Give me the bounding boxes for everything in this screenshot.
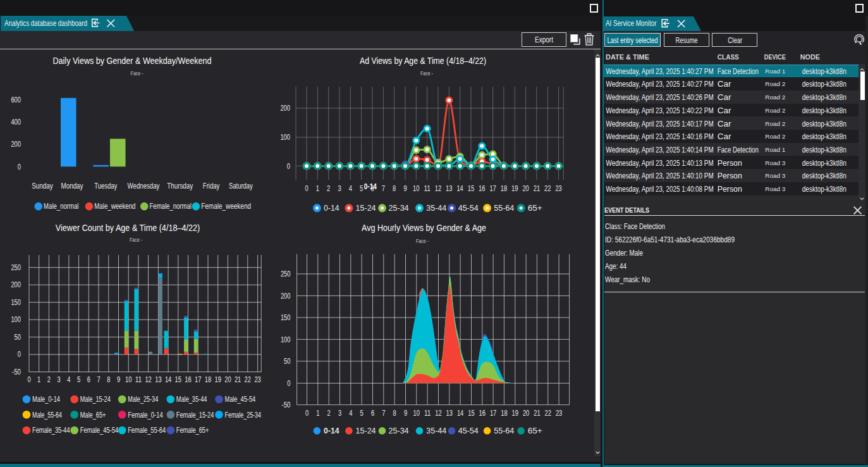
svg-text:NODE: NODE — [800, 53, 820, 61]
svg-text:AI Service Monitor: AI Service Monitor — [606, 19, 657, 28]
svg-text:Face Detection: Face Detection — [718, 146, 759, 154]
svg-text:Wear_mask: No: Wear_mask: No — [605, 275, 650, 284]
svg-text:desktop-k3ktl8n: desktop-k3ktl8n — [802, 132, 847, 141]
svg-text:Road 2: Road 2 — [765, 94, 785, 101]
svg-text:Car: Car — [718, 93, 731, 102]
svg-text:Wednesday, April 23, 2025 1:40: Wednesday, April 23, 2025 1:40:13 PM — [606, 159, 714, 168]
svg-text:Wednesday, April 23, 2025 1:40: Wednesday, April 23, 2025 1:40:27 PM — [606, 80, 714, 89]
svg-text:desktop-k3ktl8n: desktop-k3ktl8n — [802, 106, 847, 115]
svg-text:Road 2: Road 2 — [765, 133, 785, 140]
svg-text:Age: 44: Age: 44 — [605, 262, 627, 271]
svg-text:Person: Person — [718, 159, 742, 168]
svg-text:Face Detection: Face Detection — [718, 67, 759, 76]
svg-text:desktop-k3ktl8n: desktop-k3ktl8n — [802, 80, 847, 89]
svg-text:Wednesday, April 23, 2025 1:40: Wednesday, April 23, 2025 1:40:27 PM — [606, 67, 714, 76]
svg-text:Person: Person — [718, 185, 742, 194]
svg-text:DATE & TIME: DATE & TIME — [606, 53, 649, 61]
svg-text:Class: Face Detection: Class: Face Detection — [605, 222, 665, 231]
svg-text:desktop-k3ktl8n: desktop-k3ktl8n — [802, 185, 847, 194]
svg-text:CLASS: CLASS — [718, 53, 739, 61]
svg-text:Road 1: Road 1 — [765, 68, 785, 75]
svg-text:Road 3: Road 3 — [765, 185, 785, 192]
svg-text:Car: Car — [718, 106, 731, 115]
svg-text:Last entry selected: Last entry selected — [608, 36, 658, 45]
svg-text:Road 3: Road 3 — [765, 172, 785, 179]
svg-text:desktop-k3ktl8n: desktop-k3ktl8n — [802, 146, 847, 154]
svg-text:Car: Car — [718, 80, 731, 89]
svg-text:desktop-k3ktl8n: desktop-k3ktl8n — [802, 120, 847, 128]
svg-text:DEVICE: DEVICE — [764, 53, 786, 61]
svg-text:Road 2: Road 2 — [765, 120, 785, 127]
svg-text:Person: Person — [718, 171, 742, 180]
svg-text:Wednesday, April 23, 2025 1:40: Wednesday, April 23, 2025 1:40:16 PM — [606, 132, 714, 141]
svg-text:desktop-k3ktl8n: desktop-k3ktl8n — [802, 171, 847, 180]
svg-text:Wednesday, April 23, 2025 1:40: Wednesday, April 23, 2025 1:40:22 PM — [606, 106, 714, 115]
svg-text:Road 2: Road 2 — [765, 80, 785, 87]
svg-text:desktop-k3ktl8n: desktop-k3ktl8n — [802, 159, 847, 168]
svg-text:Wednesday, April 23, 2025 1:40: Wednesday, April 23, 2025 1:40:14 PM — [606, 146, 714, 154]
svg-text:EVENT DETAILS: EVENT DETAILS — [604, 206, 649, 214]
svg-text:Road 2: Road 2 — [765, 107, 785, 114]
svg-text:Clear: Clear — [728, 36, 742, 45]
svg-text:Car: Car — [718, 120, 731, 128]
svg-text:Wednesday, April 23, 2025 1:40: Wednesday, April 23, 2025 1:40:08 PM — [606, 185, 714, 194]
svg-text:desktop-k3ktl8n: desktop-k3ktl8n — [802, 67, 847, 76]
svg-text:Wednesday, April 23, 2025 1:40: Wednesday, April 23, 2025 1:40:26 PM — [606, 93, 714, 102]
svg-text:Wednesday, April 23, 2025 1:40: Wednesday, April 23, 2025 1:40:10 PM — [606, 171, 714, 180]
svg-text:Gender: Male: Gender: Male — [605, 249, 643, 258]
svg-text:Wednesday, April 23, 2025 1:40: Wednesday, April 23, 2025 1:40:17 PM — [606, 120, 714, 128]
svg-text:ID: 562226f0-6a51-4731-aba3-ec: ID: 562226f0-6a51-4731-aba3-eca2036bbd89 — [605, 235, 735, 244]
svg-text:Export: Export — [535, 35, 553, 44]
svg-text:Analytics database dashboard: Analytics database dashboard — [4, 19, 87, 28]
svg-text:desktop-k3ktl8n: desktop-k3ktl8n — [802, 93, 847, 102]
svg-text:Road 1: Road 1 — [765, 146, 785, 153]
svg-text:Road 3: Road 3 — [765, 159, 785, 166]
svg-text:Resume: Resume — [676, 36, 698, 45]
svg-text:Car: Car — [718, 132, 731, 141]
